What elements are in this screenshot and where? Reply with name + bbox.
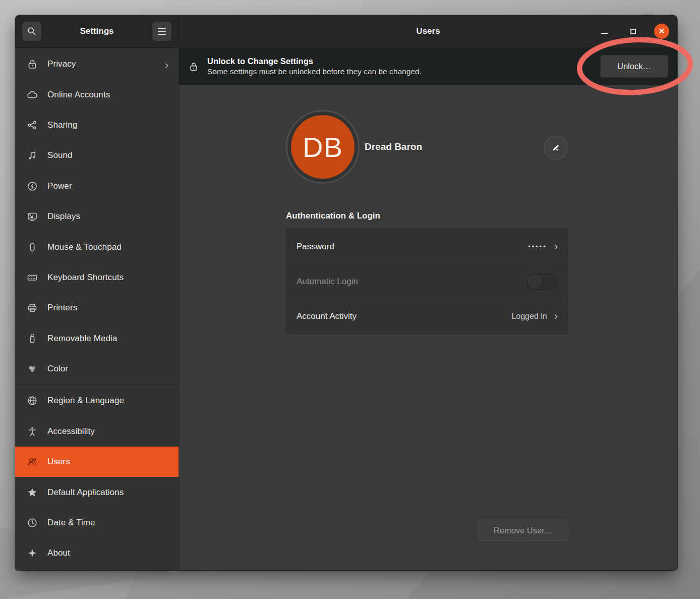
chevron-right-icon: › — [554, 311, 558, 322]
sidebar-item-label: Removable Media — [47, 334, 168, 344]
keyboard-icon — [26, 271, 38, 284]
sidebar-item-label: Sound — [47, 150, 168, 160]
chevron-right-icon: › — [165, 59, 168, 70]
toggle-knob — [527, 273, 544, 290]
settings-window: Settings Users ✕ Privacy›Online Accounts… — [15, 15, 677, 570]
sidebar-item-mouse-touchpad[interactable]: Mouse & Touchpad — [15, 232, 179, 262]
window-controls: ✕ — [597, 15, 669, 47]
lock-icon — [188, 61, 199, 73]
sidebar-divider — [15, 385, 179, 385]
users-icon — [26, 456, 38, 468]
sidebar-item-label: Users — [47, 457, 168, 467]
unlock-button[interactable]: Unlock… — [600, 55, 668, 78]
sidebar-item-label: Privacy — [47, 59, 165, 69]
sidebar-item-label: Sharing — [47, 120, 168, 130]
share-icon — [26, 119, 38, 131]
sidebar-item-date-time[interactable]: Date & Time — [15, 508, 179, 538]
sidebar-item-displays[interactable]: Displays — [15, 201, 179, 232]
sidebar-item-region-language[interactable]: Region & Language — [15, 386, 179, 416]
pencil-icon — [551, 143, 561, 153]
maximize-button[interactable] — [625, 24, 640, 39]
sidebar-item-accessibility[interactable]: Accessibility — [15, 416, 179, 447]
users-panel: DB Dread Baron Authentication & Login Pa… — [179, 85, 677, 570]
minimize-icon — [601, 33, 608, 34]
clock-icon — [26, 517, 38, 529]
color-icon — [26, 363, 38, 375]
primary-menu-button[interactable] — [152, 22, 171, 41]
usb-icon — [26, 333, 38, 345]
sidebar-item-keyboard-shortcuts[interactable]: Keyboard Shortcuts — [15, 262, 179, 293]
user-full-name: Dread Baron — [365, 141, 422, 152]
user-avatar-initials: DB — [291, 115, 355, 179]
sidebar-item-users[interactable]: Users — [15, 447, 179, 477]
sidebar-item-default-applications[interactable]: Default Applications — [15, 477, 179, 507]
main-headerbar: Users ✕ — [179, 15, 677, 48]
password-mask: ••••• — [528, 243, 547, 250]
accessibility-icon — [26, 425, 38, 438]
sidebar-item-about[interactable]: About — [15, 538, 179, 568]
unlock-banner-text: Unlock to Change Settings Some settings … — [207, 57, 600, 76]
auth-group: Password ••••• › Automatic Login Account… — [286, 229, 568, 334]
cloud-icon — [26, 89, 38, 101]
sound-icon — [26, 149, 38, 161]
globe-icon — [26, 395, 38, 407]
sidebar-item-label: Color — [47, 364, 168, 374]
account-activity-row[interactable]: Account Activity Logged in › — [286, 299, 568, 334]
minimize-button[interactable] — [597, 24, 612, 39]
user-avatar: DB — [286, 110, 360, 184]
maximize-icon — [630, 29, 636, 34]
sidebar-headerbar: Settings — [15, 15, 179, 48]
auth-section-heading: Authentication & Login — [286, 211, 380, 221]
password-row[interactable]: Password ••••• › — [286, 229, 568, 264]
unlock-banner-subtitle: Some settings must be unlocked before th… — [207, 67, 600, 76]
remove-user-button[interactable]: Remove User… — [478, 520, 568, 541]
hamburger-menu-icon — [158, 28, 166, 35]
account-activity-value: Logged in — [511, 312, 547, 321]
sidebar-item-power[interactable]: Power — [15, 171, 179, 201]
sidebar-item-label: Default Applications — [47, 487, 168, 498]
mouse-icon — [26, 241, 38, 253]
automatic-login-toggle[interactable] — [527, 273, 558, 290]
chevron-right-icon: › — [554, 241, 558, 252]
sidebar-item-label: Date & Time — [47, 518, 168, 528]
password-label: Password — [297, 242, 528, 252]
sidebar-item-label: Online Accounts — [47, 90, 168, 100]
sidebar-item-printers[interactable]: Printers — [15, 293, 179, 323]
printer-icon — [26, 302, 38, 314]
sidebar-nav: Privacy›Online AccountsSharingSoundPower… — [15, 48, 179, 570]
sidebar-item-label: Displays — [47, 211, 168, 222]
sidebar-title: Settings — [80, 26, 113, 36]
sidebar-item-label: Power — [47, 181, 168, 191]
edit-name-button[interactable] — [544, 136, 568, 160]
sidebar-item-online-accounts[interactable]: Online Accounts — [15, 79, 179, 110]
search-button[interactable] — [22, 22, 41, 41]
content-area: Unlock to Change Settings Some settings … — [179, 48, 677, 570]
sidebar-item-label: Accessibility — [47, 426, 168, 437]
display-icon — [26, 210, 38, 223]
automatic-login-row: Automatic Login — [286, 264, 568, 299]
power-icon — [26, 180, 38, 192]
sidebar-item-sound[interactable]: Sound — [15, 140, 179, 171]
unlock-banner: Unlock to Change Settings Some settings … — [179, 48, 677, 85]
search-icon — [26, 26, 37, 37]
lock-icon — [26, 58, 38, 70]
sidebar-item-label: Keyboard Shortcuts — [47, 273, 168, 283]
sidebar-item-label: About — [47, 548, 168, 558]
account-activity-label: Account Activity — [297, 311, 511, 321]
sidebar-item-color[interactable]: Color — [15, 354, 179, 384]
sidebar-item-removable-media[interactable]: Removable Media — [15, 323, 179, 354]
sidebar-item-sharing[interactable]: Sharing — [15, 110, 179, 140]
star-icon — [26, 486, 38, 499]
sidebar-item-privacy[interactable]: Privacy› — [15, 49, 179, 79]
automatic-login-label: Automatic Login — [297, 277, 527, 287]
sidebar-item-label: Mouse & Touchpad — [47, 242, 168, 252]
sidebar-item-label: Region & Language — [47, 396, 168, 406]
close-icon: ✕ — [659, 27, 665, 36]
page-title: Users — [416, 26, 440, 36]
unlock-banner-title: Unlock to Change Settings — [207, 57, 600, 66]
close-button[interactable]: ✕ — [654, 24, 669, 39]
sidebar-item-label: Printers — [47, 303, 168, 313]
sparkle-icon — [26, 547, 38, 559]
